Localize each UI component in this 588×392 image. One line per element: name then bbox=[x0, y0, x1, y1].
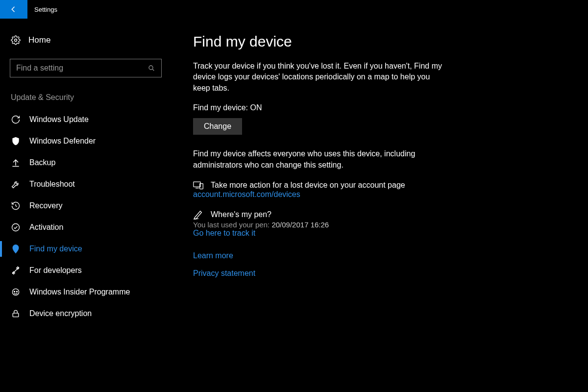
account-devices-link[interactable]: account.microsoft.com/devices bbox=[193, 190, 300, 199]
search-input[interactable] bbox=[16, 64, 147, 73]
sidebar-item-label: Windows Defender bbox=[29, 137, 96, 146]
back-arrow-icon bbox=[9, 5, 18, 14]
svg-rect-7 bbox=[13, 313, 19, 317]
affects-text: Find my device affects everyone who uses… bbox=[193, 148, 448, 171]
back-button[interactable] bbox=[0, 0, 27, 19]
lost-device-block: Take more action for a lost device on yo… bbox=[193, 180, 466, 199]
lock-icon bbox=[11, 309, 21, 318]
titlebar: Settings bbox=[0, 0, 588, 19]
sidebar-item-windows-insider[interactable]: Windows Insider Programme bbox=[0, 281, 172, 303]
pen-timestamp: 20/09/2017 16:26 bbox=[271, 220, 329, 229]
pen-last-used: You last used your pen: 20/09/2017 16:26 bbox=[193, 220, 466, 229]
search-icon bbox=[147, 64, 155, 72]
sidebar: Home Update & Security Windows Update Wi… bbox=[0, 19, 172, 392]
tools-icon bbox=[11, 266, 21, 275]
main-content: Find my device Track your device if you … bbox=[172, 19, 485, 392]
pen-block: Where's my pen? You last used your pen: … bbox=[193, 210, 466, 238]
pen-sub-prefix: You last used your pen: bbox=[193, 220, 271, 229]
insider-icon bbox=[11, 287, 21, 297]
sidebar-item-label: Device encryption bbox=[29, 309, 92, 318]
sidebar-item-label: Recovery bbox=[29, 201, 63, 210]
change-button[interactable]: Change bbox=[193, 118, 242, 135]
sidebar-home[interactable]: Home bbox=[0, 32, 172, 48]
search-box[interactable] bbox=[10, 59, 162, 77]
svg-point-1 bbox=[149, 66, 153, 70]
location-pin-icon bbox=[11, 244, 21, 254]
sidebar-item-troubleshoot[interactable]: Troubleshoot bbox=[0, 173, 172, 195]
status-value: ON bbox=[250, 103, 262, 112]
track-pen-link[interactable]: Go here to track it bbox=[193, 229, 255, 238]
sidebar-item-label: Windows Update bbox=[29, 115, 89, 124]
sidebar-item-activation[interactable]: Activation bbox=[0, 217, 172, 238]
svg-point-0 bbox=[15, 39, 17, 42]
upload-arrow-icon bbox=[11, 158, 21, 168]
intro-text: Track your device if you think you've lo… bbox=[193, 61, 448, 94]
svg-point-2 bbox=[12, 224, 20, 231]
pen-heading: Where's my pen? bbox=[211, 210, 271, 219]
sidebar-item-device-encryption[interactable]: Device encryption bbox=[0, 303, 172, 324]
footer-links: Learn more Privacy statement bbox=[193, 251, 466, 278]
shield-icon bbox=[11, 136, 21, 146]
sidebar-item-find-my-device[interactable]: Find my device bbox=[0, 238, 172, 260]
wrench-icon bbox=[11, 179, 21, 189]
svg-point-5 bbox=[14, 291, 15, 292]
privacy-statement-link[interactable]: Privacy statement bbox=[193, 269, 466, 278]
svg-rect-9 bbox=[200, 184, 203, 189]
sidebar-item-windows-defender[interactable]: Windows Defender bbox=[0, 130, 172, 152]
sidebar-item-recovery[interactable]: Recovery bbox=[0, 195, 172, 217]
sidebar-item-windows-update[interactable]: Windows Update bbox=[0, 109, 172, 130]
learn-more-link[interactable]: Learn more bbox=[193, 251, 466, 260]
lost-device-text: Take more action for a lost device on yo… bbox=[211, 181, 405, 190]
sidebar-home-label: Home bbox=[28, 35, 50, 45]
sidebar-item-backup[interactable]: Backup bbox=[0, 152, 172, 173]
check-circle-icon bbox=[11, 222, 21, 232]
sidebar-item-label: Windows Insider Programme bbox=[29, 288, 130, 296]
sync-icon bbox=[11, 115, 21, 124]
status-label: Find my device: bbox=[193, 103, 250, 112]
history-icon bbox=[11, 201, 21, 211]
gear-icon bbox=[11, 35, 21, 45]
sidebar-item-label: Troubleshoot bbox=[29, 180, 75, 189]
sidebar-item-label: Find my device bbox=[29, 245, 82, 253]
sidebar-item-label: For developers bbox=[29, 266, 82, 275]
find-my-device-status: Find my device: ON bbox=[193, 103, 466, 112]
devices-icon bbox=[193, 180, 204, 190]
sidebar-category: Update & Security bbox=[0, 89, 172, 109]
svg-point-6 bbox=[17, 291, 18, 292]
pen-icon bbox=[193, 210, 204, 220]
app-title: Settings bbox=[27, 0, 57, 19]
sidebar-item-for-developers[interactable]: For developers bbox=[0, 260, 172, 281]
sidebar-item-label: Activation bbox=[29, 223, 63, 232]
sidebar-item-label: Backup bbox=[29, 158, 55, 167]
page-title: Find my device bbox=[193, 33, 466, 50]
